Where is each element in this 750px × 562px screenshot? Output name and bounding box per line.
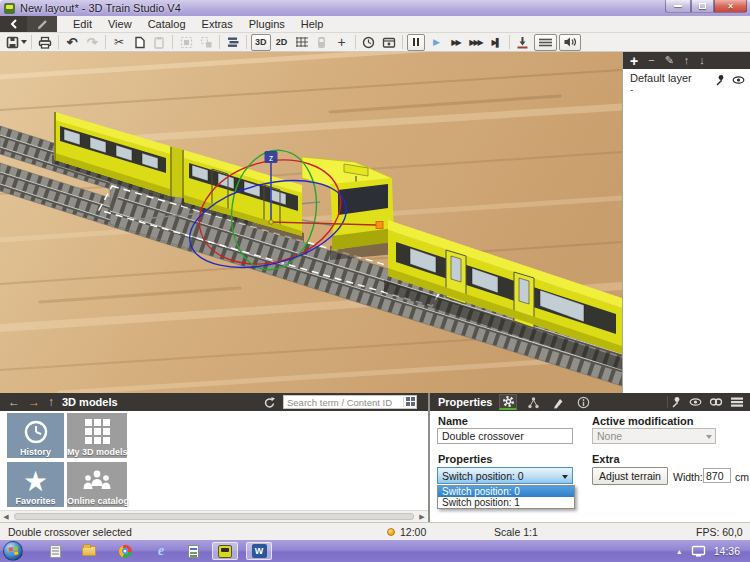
add-layer-button[interactable]: +: [630, 54, 638, 68]
menu-edit[interactable]: Edit: [65, 18, 100, 30]
ungroup-button[interactable]: [197, 34, 215, 51]
menu-icon[interactable]: [730, 396, 744, 408]
taskbar-explorer-button[interactable]: [76, 542, 102, 560]
sound-button[interactable]: [559, 34, 581, 51]
taskbar-word-button[interactable]: W: [246, 542, 272, 560]
print-button[interactable]: [36, 34, 54, 51]
tile-history[interactable]: History: [7, 413, 64, 458]
scroll-right-icon[interactable]: ▶: [416, 511, 428, 522]
tab-animation[interactable]: [524, 394, 542, 410]
start-button[interactable]: [3, 541, 23, 561]
place-on-ground-button[interactable]: [514, 34, 532, 51]
taskbar-train-studio-button[interactable]: [212, 542, 238, 560]
layer-list-button[interactable]: [224, 34, 242, 51]
width-input[interactable]: [703, 468, 731, 483]
copy-button[interactable]: [130, 34, 148, 51]
dropdown-option-0[interactable]: Switch position: 0: [438, 486, 574, 497]
add-button[interactable]: +: [333, 34, 351, 51]
show-hidden-icons-button[interactable]: ▲: [676, 548, 683, 555]
event-manager-button[interactable]: [380, 34, 398, 51]
taskbar-editor-button[interactable]: [180, 542, 206, 560]
dropdown-option-1[interactable]: Switch position: 1: [438, 497, 574, 508]
models-up-button[interactable]: ↑: [48, 396, 54, 408]
redo-button[interactable]: ↷: [83, 34, 101, 51]
tile-my-3d-models[interactable]: My 3D models: [67, 413, 127, 458]
train-mode-button[interactable]: [313, 34, 331, 51]
taskbar-clock[interactable]: 14:36: [714, 545, 740, 557]
tile-online-catalog[interactable]: Online catalog: [67, 462, 127, 507]
save-button[interactable]: [6, 34, 27, 51]
taskbar-ie-button[interactable]: e: [148, 542, 174, 560]
pause-button[interactable]: [407, 34, 425, 51]
gear-icon: [502, 395, 515, 408]
menu-extras[interactable]: Extras: [194, 18, 241, 30]
remove-layer-button[interactable]: −: [648, 55, 654, 66]
viewport-3d[interactable]: z: [0, 52, 622, 393]
horizontal-scrollbar[interactable]: ◀ ▶: [0, 510, 428, 522]
adjust-terrain-button[interactable]: Adjust terrain: [592, 467, 668, 485]
group-button[interactable]: [177, 34, 195, 51]
track-view-button[interactable]: [534, 34, 557, 51]
switch-position-options: Switch position: 0 Switch position: 1: [437, 485, 575, 509]
tab-info[interactable]: [574, 394, 592, 410]
view-mode-grid-icon[interactable]: [403, 397, 414, 407]
skip-end-button[interactable]: ▶▌: [487, 34, 505, 51]
scrollbar-thumb[interactable]: [14, 513, 414, 520]
models-forward-button[interactable]: →: [28, 396, 40, 408]
view-2d-button[interactable]: 2D: [273, 34, 291, 51]
layer-down-button[interactable]: ↓: [699, 55, 705, 66]
undo-button[interactable]: ↶: [63, 34, 81, 51]
menu-help[interactable]: Help: [293, 18, 332, 30]
title-bar[interactable]: New layout* - 3D Train Studio V4 ✕: [0, 0, 750, 16]
minimize-button[interactable]: [665, 0, 691, 13]
search-box: [283, 395, 417, 409]
taskbar-chrome-button[interactable]: [112, 542, 138, 560]
link-icon[interactable]: [709, 396, 723, 408]
network-display-icon[interactable]: [691, 545, 706, 558]
width-label: Width:: [673, 471, 703, 483]
menu-catalog[interactable]: Catalog: [140, 18, 194, 30]
fast-forward-3x-button[interactable]: ▶▶▶: [467, 34, 485, 51]
paste-button[interactable]: [150, 34, 168, 51]
calculator-icon: [50, 545, 61, 558]
layer-row[interactable]: Default layer -: [623, 69, 750, 97]
pin-icon[interactable]: [714, 74, 726, 86]
active-modification-select[interactable]: None: [592, 428, 716, 444]
play-button[interactable]: ▶: [427, 34, 445, 51]
refresh-icon[interactable]: [263, 396, 276, 409]
edit-layer-button[interactable]: ✎: [665, 55, 674, 66]
menu-view[interactable]: View: [100, 18, 140, 30]
back-button[interactable]: [0, 16, 27, 32]
cut-button[interactable]: ✂: [110, 34, 128, 51]
eye-icon[interactable]: [689, 396, 702, 408]
tab-properties-gear[interactable]: [499, 394, 517, 410]
search-input[interactable]: [284, 397, 403, 408]
view-3d-button[interactable]: 3D: [251, 34, 271, 51]
scroll-left-icon[interactable]: ◀: [0, 511, 12, 522]
system-tray: ▲ 14:36: [676, 540, 750, 562]
skip-end-icon: ▶▌: [492, 38, 500, 47]
menu-bar: Edit View Catalog Extras Plugins Help: [0, 16, 750, 33]
edit-mode-button[interactable]: [27, 16, 57, 32]
eye-icon[interactable]: [732, 74, 745, 86]
word-icon: W: [252, 544, 267, 558]
save-menu-caret[interactable]: [21, 40, 27, 44]
save-icon: [6, 36, 19, 49]
close-button[interactable]: ✕: [714, 0, 747, 13]
name-label: Name: [438, 415, 468, 427]
maximize-button[interactable]: [691, 0, 714, 13]
models-back-button[interactable]: ←: [8, 396, 20, 408]
schedule-button[interactable]: [360, 34, 378, 51]
name-input[interactable]: [437, 428, 573, 444]
switch-position-dropdown[interactable]: Switch position: 0: [437, 467, 573, 484]
close-icon: ✕: [727, 2, 734, 11]
grid-toggle-button[interactable]: [293, 34, 311, 51]
my-models-grid-icon: [85, 419, 110, 444]
tab-paint[interactable]: [549, 394, 567, 410]
pin-icon[interactable]: [670, 396, 682, 408]
tile-favorites[interactable]: ★ Favorites: [7, 462, 64, 507]
fast-forward-button[interactable]: ▶▶: [447, 34, 465, 51]
layer-up-button[interactable]: ↑: [684, 55, 690, 66]
taskbar-calculator-button[interactable]: [42, 542, 68, 560]
menu-plugins[interactable]: Plugins: [241, 18, 293, 30]
